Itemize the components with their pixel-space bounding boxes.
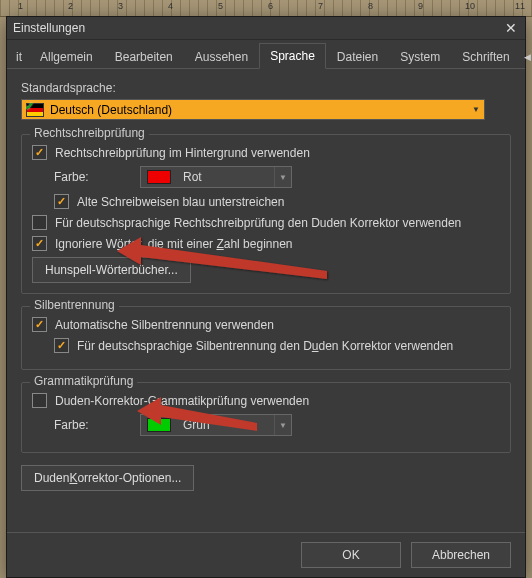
check-duden-grammar-label: Duden-Korrektor-Grammatikprüfung verwend…: [55, 394, 309, 408]
tab-cut[interactable]: it: [11, 44, 29, 69]
check-duden-hyphen[interactable]: [54, 338, 69, 353]
hyphenation-group: Silbentrennung Automatische Silbentrennu…: [21, 306, 511, 370]
spell-color-label: Farbe:: [54, 170, 140, 184]
spell-color-value: Rot: [177, 170, 274, 184]
check-duden-spell[interactable]: [32, 215, 47, 230]
check-background-spell[interactable]: [32, 145, 47, 160]
check-auto-hyphen-label: Automatische Silbentrennung verwenden: [55, 318, 274, 332]
grammar-group: Grammatikprüfung Duden-Korrektor-Grammat…: [21, 382, 511, 453]
tab-appearance[interactable]: Aussehen: [184, 44, 259, 69]
close-icon[interactable]: ✕: [503, 20, 519, 36]
window-title: Einstellungen: [13, 21, 503, 35]
spellcheck-legend: Rechtschreibprüfung: [30, 126, 149, 140]
cancel-button[interactable]: Abbrechen: [411, 542, 511, 568]
check-old-spelling-label: Alte Schreibweisen blau unterstreichen: [77, 195, 284, 209]
settings-dialog: Einstellungen ✕ it Allgemein Bearbeiten …: [6, 16, 526, 578]
check-ignore-number-words-label: Ignoriere Wörter, die mit einer Zahl beg…: [55, 237, 293, 251]
color-swatch-red: [147, 170, 171, 184]
default-language-value: Deutsch (Deutschland): [44, 103, 468, 117]
color-swatch-green: [147, 418, 171, 432]
chevron-down-icon: ▼: [274, 167, 291, 187]
check-old-spelling[interactable]: [54, 194, 69, 209]
tab-scroll-left-icon[interactable]: ◀: [521, 46, 532, 68]
duden-korrektor-options-button[interactable]: Duden Korrektor-Optionen...: [21, 465, 194, 491]
tab-edit[interactable]: Bearbeiten: [104, 44, 184, 69]
tab-fonts[interactable]: Schriften: [451, 44, 520, 69]
tabstrip: it Allgemein Bearbeiten Aussehen Sprache…: [7, 40, 525, 69]
check-duden-hyphen-label: Für deutschsprachige Silbentrennung den …: [77, 339, 453, 353]
check-background-spell-label: Rechtschreibprüfung im Hintergrund verwe…: [55, 146, 310, 160]
check-duden-spell-label: Für deutschsprachige Rechtschreibprüfung…: [55, 216, 461, 230]
ok-button[interactable]: OK: [301, 542, 401, 568]
titlebar: Einstellungen ✕: [7, 17, 525, 40]
check-duden-grammar[interactable]: [32, 393, 47, 408]
spellcheck-group: Rechtschreibprüfung Rechtschreibprüfung …: [21, 134, 511, 294]
check-ignore-number-words[interactable]: [32, 236, 47, 251]
flag-de-icon: [26, 103, 44, 117]
grammar-color-combo[interactable]: Grün ▼: [140, 414, 292, 436]
dialog-footer: OK Abbrechen: [7, 532, 525, 577]
check-auto-hyphen[interactable]: [32, 317, 47, 332]
chevron-down-icon: ▼: [274, 415, 291, 435]
tab-body: Standardsprache: Deutsch (Deutschland) ▼…: [7, 69, 525, 499]
tab-system[interactable]: System: [389, 44, 451, 69]
hyphenation-legend: Silbentrennung: [30, 298, 119, 312]
default-language-label: Standardsprache:: [21, 81, 511, 95]
spell-color-combo[interactable]: Rot ▼: [140, 166, 292, 188]
grammar-color-value: Grün: [177, 418, 274, 432]
grammar-legend: Grammatikprüfung: [30, 374, 137, 388]
tab-files[interactable]: Dateien: [326, 44, 389, 69]
ruler: 1234567891011: [0, 0, 532, 17]
hunspell-dictionaries-button[interactable]: Hunspell-Wörterbücher...: [32, 257, 191, 283]
grammar-color-label: Farbe:: [54, 418, 140, 432]
tab-language[interactable]: Sprache: [259, 43, 326, 69]
tab-general[interactable]: Allgemein: [29, 44, 104, 69]
default-language-combo[interactable]: Deutsch (Deutschland) ▼: [21, 99, 485, 120]
chevron-down-icon: ▼: [468, 100, 484, 119]
